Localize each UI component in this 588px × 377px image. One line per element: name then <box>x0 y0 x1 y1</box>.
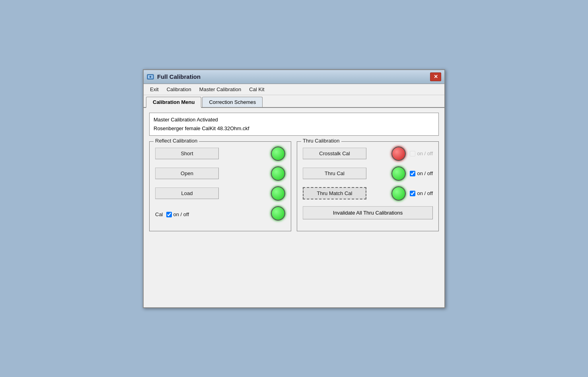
thru-cal-onoff-label: on / off <box>417 170 433 176</box>
window-icon <box>147 73 154 80</box>
reflect-cal-led <box>271 206 285 221</box>
short-led <box>271 147 285 161</box>
crosstalk-onoff: on / off <box>410 150 433 156</box>
thru-cal-checkbox[interactable] <box>410 171 415 176</box>
short-button[interactable]: Short <box>155 148 219 159</box>
crosstalk-onoff-label: on / off <box>417 150 433 156</box>
short-row: Short <box>155 147 285 161</box>
thru-match-right: on / off <box>391 186 433 201</box>
crosstalk-led <box>391 147 406 161</box>
thru-match-onoff-label: on / off <box>417 190 433 196</box>
menu-exit[interactable]: Exit <box>146 85 163 94</box>
menu-cal-kit[interactable]: Cal Kit <box>245 85 268 94</box>
thru-match-row: Thru Match Cal on / off <box>303 186 433 201</box>
reflect-onoff-label: on / off <box>173 211 189 217</box>
menu-calibration[interactable]: Calibration <box>163 85 195 94</box>
menu-master-calibration[interactable]: Master Calibration <box>195 85 245 94</box>
thru-match-checkbox[interactable] <box>410 191 415 196</box>
main-content: Master Calibration Activated Rosenberger… <box>144 108 444 236</box>
reflect-cal-label: Cal <box>155 211 163 217</box>
crosstalk-right: on / off <box>391 147 433 161</box>
thru-match-onoff: on / off <box>410 190 433 196</box>
thru-cal-led <box>391 166 406 181</box>
reflect-cal-row: Cal on / off <box>155 206 285 221</box>
window-title: Full Calibration <box>157 73 201 80</box>
tabs-bar: Calibration Menu Correction Schemes <box>144 95 444 108</box>
menu-bar: Exit Calibration Master Calibration Cal … <box>144 84 444 95</box>
thru-cal-onoff: on / off <box>410 170 433 176</box>
thru-match-button[interactable]: Thru Match Cal <box>303 187 366 199</box>
thru-panel: Thru Calibration Crosstalk Cal on / off … <box>297 141 439 231</box>
thru-cal-right: on / off <box>391 166 433 181</box>
thru-title: Thru Calibration <box>301 138 341 144</box>
crosstalk-row: Crosstalk Cal on / off <box>303 147 433 161</box>
crosstalk-button[interactable]: Crosstalk Cal <box>303 148 366 159</box>
reflect-title: Reflect Calibration <box>154 138 199 144</box>
open-led <box>271 166 285 181</box>
open-row: Open <box>155 166 285 181</box>
thru-match-led <box>391 186 406 201</box>
main-window: Full Calibration ✕ Exit Calibration Mast… <box>143 69 445 308</box>
tab-correction-schemes[interactable]: Correction Schemes <box>202 97 263 107</box>
close-button[interactable]: ✕ <box>430 72 441 81</box>
crosstalk-checkbox[interactable] <box>410 151 415 156</box>
load-row: Load <box>155 186 285 201</box>
svg-point-2 <box>150 76 152 78</box>
reflect-onoff-checkbox-row: on / off <box>166 211 189 217</box>
load-led <box>271 186 285 201</box>
thru-cal-row: Thru Cal on / off <box>303 166 433 181</box>
reflect-cal-onoff: Cal on / off <box>155 211 189 217</box>
open-button[interactable]: Open <box>155 168 219 179</box>
info-box: Master Calibration Activated Rosenberger… <box>149 113 439 136</box>
info-line2: Rosenberger female CalKit 48.32Ohm.ckf <box>154 124 434 133</box>
thru-cal-button[interactable]: Thru Cal <box>303 168 366 179</box>
load-button[interactable]: Load <box>155 188 219 199</box>
title-bar: Full Calibration ✕ <box>144 70 444 84</box>
panels: Reflect Calibration Short Open Load <box>149 141 439 231</box>
reflect-onoff-checkbox[interactable] <box>166 212 172 217</box>
info-line1: Master Calibration Activated <box>154 115 434 124</box>
reflect-panel: Reflect Calibration Short Open Load <box>149 141 291 231</box>
invalidate-button[interactable]: Invalidate All Thru Calibrations <box>303 206 433 219</box>
tab-calibration-menu[interactable]: Calibration Menu <box>146 97 201 108</box>
title-bar-left: Full Calibration <box>147 73 201 80</box>
